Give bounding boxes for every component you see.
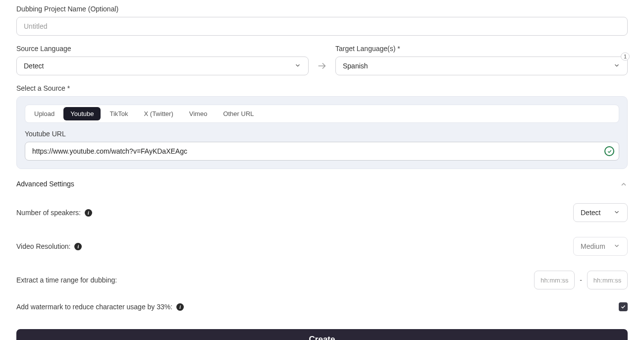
chevron-down-icon: [613, 62, 620, 70]
chevron-up-icon: [620, 179, 628, 188]
chevron-down-icon: [613, 209, 620, 217]
target-language-label: Target Language(s) *: [335, 45, 628, 53]
tab-tiktok[interactable]: TikTok: [103, 107, 135, 120]
chevron-down-icon: [613, 242, 620, 251]
tab-youtube[interactable]: Youtube: [63, 107, 101, 120]
create-button[interactable]: Create: [16, 329, 628, 340]
info-icon[interactable]: i: [74, 243, 82, 250]
chevron-down-icon: [294, 62, 301, 70]
watermark-checkbox[interactable]: [619, 302, 628, 311]
resolution-select[interactable]: Medium: [573, 237, 628, 256]
resolution-value: Medium: [581, 242, 605, 250]
time-range-separator: -: [580, 276, 582, 284]
source-tabs: Upload Youtube TikTok X (Twitter) Vimeo …: [25, 105, 619, 123]
speakers-select[interactable]: Detect: [573, 203, 628, 222]
speakers-label: Number of speakers:: [16, 209, 81, 217]
target-language-value: Spanish: [343, 62, 368, 70]
source-language-value: Detect: [24, 62, 44, 70]
tab-upload[interactable]: Upload: [27, 107, 61, 120]
project-name-label: Dubbing Project Name (Optional): [16, 5, 628, 13]
source-language-label: Source Language: [16, 45, 309, 53]
resolution-label: Video Resolution:: [16, 242, 70, 250]
advanced-settings-label: Advanced Settings: [16, 180, 74, 188]
info-icon[interactable]: i: [85, 209, 92, 217]
youtube-url-label: Youtube URL: [25, 130, 619, 138]
tab-x-twitter[interactable]: X (Twitter): [137, 107, 180, 120]
tab-other-url[interactable]: Other URL: [216, 107, 261, 120]
target-language-select[interactable]: Spanish: [335, 57, 628, 75]
check-circle-icon: [604, 146, 614, 156]
speakers-value: Detect: [581, 209, 600, 217]
project-name-input[interactable]: [16, 17, 628, 36]
source-language-select[interactable]: Detect: [16, 57, 309, 75]
tab-vimeo[interactable]: Vimeo: [182, 107, 215, 120]
youtube-url-input[interactable]: [25, 142, 619, 161]
time-start-input[interactable]: [534, 271, 575, 289]
time-range-label: Extract a time range for dubbing:: [16, 276, 117, 284]
target-language-count-badge: 1: [621, 53, 630, 60]
advanced-settings-toggle[interactable]: Advanced Settings: [16, 179, 628, 188]
time-end-input[interactable]: [587, 271, 628, 289]
watermark-label: Add watermark to reduce character usage …: [16, 303, 172, 311]
info-icon[interactable]: i: [176, 303, 184, 311]
arrow-right-icon: [317, 57, 327, 75]
select-source-label: Select a Source *: [16, 84, 628, 92]
source-box: Upload Youtube TikTok X (Twitter) Vimeo …: [16, 96, 628, 169]
